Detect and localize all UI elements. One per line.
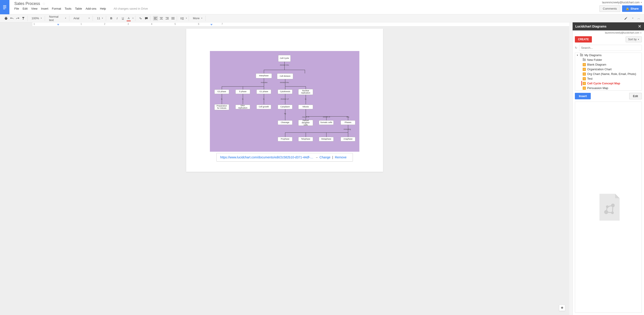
tree-root[interactable]: ▼ My Diagrams (575, 53, 642, 58)
chevron-down-icon: ▼ (576, 54, 579, 56)
node-dna: DNA replication (236, 105, 250, 109)
lucid-account-email[interactable]: laurenmcneely@lucidchart.com ▼ (572, 30, 644, 35)
diagram-url[interactable]: https://www.lucidchart.com/documents/edi… (220, 156, 314, 159)
change-link[interactable]: Change (320, 156, 330, 159)
paint-format-icon[interactable] (21, 16, 26, 21)
node-cytokinesis: Cytokinesis (278, 90, 292, 94)
bold-button[interactable]: B (109, 16, 114, 21)
tree-diagram-item[interactable]: Org Chart (Name, Role, Email, Photo) (581, 72, 642, 76)
edge-label: divided into (280, 64, 289, 66)
edit-button[interactable]: Edit (629, 93, 642, 99)
page: Cell Cycle divided into Interphase Cell … (186, 29, 383, 172)
tree-diagram-item[interactable]: Cell Cycle Concept Map (581, 81, 642, 86)
folder-icon (583, 58, 586, 61)
menu-addons[interactable]: Add-ons (86, 7, 96, 10)
share-button[interactable]: 🔒 Share (622, 5, 642, 12)
menu-table[interactable]: Table (75, 7, 82, 10)
remove-link[interactable]: Remove (335, 156, 346, 159)
caret-down-icon: ▼ (640, 32, 642, 34)
align-justify-icon[interactable] (170, 16, 176, 21)
svg-rect-9 (160, 19, 163, 20)
search-input[interactable] (579, 45, 642, 51)
caret-down-icon: ▼ (201, 17, 203, 19)
font-size-select[interactable]: 11▼ (96, 16, 104, 20)
vertical-scrollbar[interactable] (569, 22, 572, 315)
svg-rect-13 (172, 17, 174, 18)
docs-logo[interactable] (0, 0, 10, 14)
menu-format[interactable]: Format (52, 7, 61, 10)
ruler[interactable]: 1 1 2 3 4 5 6 7 (32, 22, 569, 26)
underline-button[interactable]: U (120, 16, 125, 21)
chart-icon (583, 63, 586, 66)
edge-label: includes (261, 82, 268, 84)
more-menu[interactable]: More▼ (192, 16, 204, 20)
lucid-email-text: laurenmcneely@lucidchart.com (605, 31, 639, 34)
account-email[interactable]: laurenmcneely@lucidchart.com ▼ (602, 1, 642, 4)
style-select[interactable]: Normal text▼ (48, 14, 68, 22)
edge-label: division of (280, 98, 289, 100)
zoom-select[interactable]: 100%▼ (30, 16, 44, 20)
svg-rect-6 (154, 19, 157, 20)
tree-diagram-item[interactable]: Blank Diagram (581, 62, 642, 67)
hide-menus-icon[interactable]: ︿ (637, 16, 640, 20)
refresh-icon[interactable]: ↻ (575, 46, 577, 50)
insert-button[interactable]: Insert (575, 93, 591, 99)
caret-down-icon: ▼ (186, 17, 187, 19)
tree-diagram-item[interactable]: Persuasion Map (581, 86, 642, 90)
ruler-tick: 1 (80, 23, 82, 25)
link-info-bar: https://www.lucidchart.com/documents/edi… (216, 153, 353, 162)
explore-button[interactable] (559, 305, 565, 311)
undo-icon[interactable] (10, 16, 14, 21)
embedded-diagram[interactable]: Cell Cycle divided into Interphase Cell … (210, 51, 359, 152)
node-interphase: Interphase (256, 74, 272, 78)
italic-button[interactable]: I (114, 16, 120, 21)
sort-button[interactable]: Sort by▼ (626, 36, 642, 42)
menu-edit[interactable]: Edit (22, 7, 28, 10)
ruler-tick: 2 (104, 23, 106, 25)
edge-label: including (344, 128, 351, 130)
redo-icon[interactable] (15, 16, 20, 21)
menu-help[interactable]: Help (100, 7, 106, 10)
tree-diagram-item[interactable]: Organization Chart (581, 67, 642, 72)
doc-title[interactable]: Sales Process (14, 1, 40, 6)
ruler-tick: 3 (128, 23, 129, 25)
indent-marker-left[interactable] (57, 24, 59, 26)
star-icon[interactable]: ☆ (42, 2, 46, 6)
node-nuclear: Nuclear replication (298, 89, 313, 95)
editing-mode-icon[interactable] (624, 16, 628, 21)
svg-rect-10 (166, 17, 169, 18)
align-left-icon[interactable] (153, 16, 158, 21)
node-cleavage: Cleavage (278, 120, 292, 125)
ruler-tick: 1 (34, 23, 35, 25)
menu-tools[interactable]: Tools (65, 7, 72, 10)
insert-comment-icon[interactable] (144, 16, 149, 21)
close-icon[interactable]: ✕ (638, 24, 641, 29)
node-s: S phase (236, 90, 250, 94)
create-button[interactable]: CREATE (575, 36, 592, 42)
svg-rect-1 (3, 6, 6, 7)
caret-down-icon: ▼ (632, 17, 634, 19)
align-center-icon[interactable] (159, 16, 164, 21)
line-spacing-icon[interactable] (180, 16, 184, 21)
svg-rect-3 (3, 9, 5, 9)
tree-item-label: Cell Cycle Concept Map (587, 82, 620, 85)
indent-marker-right[interactable] (210, 24, 212, 26)
menu-view[interactable]: View (31, 7, 37, 10)
print-icon[interactable] (4, 16, 8, 21)
svg-rect-4 (154, 17, 157, 18)
insert-link-icon[interactable] (138, 16, 143, 21)
chart-icon (583, 77, 586, 80)
tree-folder-label: New Folder (587, 58, 602, 62)
text-color-button[interactable]: A (126, 16, 131, 21)
menu-file[interactable]: File (14, 7, 19, 10)
tree-root-label: My Diagrams (584, 54, 602, 57)
tree-folder[interactable]: New Folder (581, 58, 642, 62)
edge-label: occurs in (323, 116, 330, 118)
comments-button[interactable]: Comments (600, 5, 620, 12)
document-canvas[interactable]: 1 1 2 3 4 5 6 7 Cell Cycle divided into (0, 22, 569, 315)
node-anaphase: Anaphase (340, 137, 355, 142)
font-select[interactable]: Arial▼ (72, 16, 91, 20)
align-right-icon[interactable] (165, 16, 170, 21)
menu-insert[interactable]: Insert (41, 7, 48, 10)
tree-diagram-item[interactable]: Test (581, 76, 642, 81)
